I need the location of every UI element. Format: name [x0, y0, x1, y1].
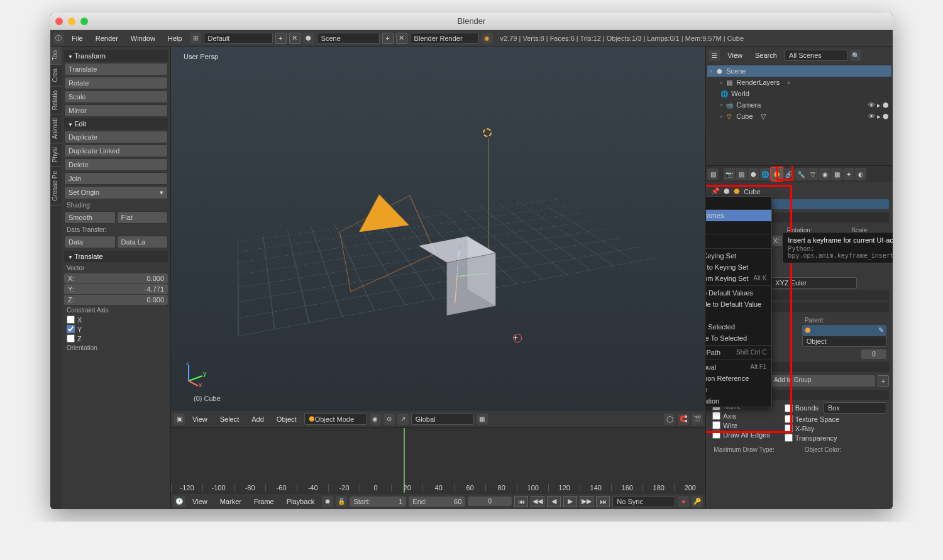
rotation-mode-dropdown[interactable]: XYZ Euler [771, 277, 857, 288]
outliner-icon[interactable]: ☰ [709, 50, 720, 61]
constraint-y-checkbox[interactable]: Y [64, 324, 168, 334]
sync-dropdown[interactable]: No Sync [612, 496, 675, 507]
minimize-window-button[interactable] [68, 18, 75, 25]
info-icon[interactable]: ⓘ [53, 33, 64, 44]
pin-icon[interactable]: 📌 [711, 187, 720, 195]
mode-dropdown[interactable]: ⬣ Object Mode [304, 413, 367, 425]
tab-modifiers[interactable]: 🔧 [795, 168, 807, 180]
vector-y-field[interactable]: Y:-4.771 [64, 284, 168, 294]
context-menu-item[interactable]: Unset [706, 310, 771, 321]
keyframe-next-button[interactable]: ▶▶ [580, 496, 593, 507]
tab-constraints[interactable]: 🔗 [783, 168, 795, 180]
tree-renderlayers[interactable]: ◦▤RenderLayers▫ [707, 77, 891, 88]
context-menu-item[interactable]: 🔑Insert Keyframes [706, 210, 771, 221]
tab-create[interactable]: Crea [50, 65, 62, 87]
menu-help[interactable]: Help [163, 32, 187, 45]
translate-button[interactable]: Translate [64, 63, 168, 75]
scale-button[interactable]: Scale [64, 91, 168, 103]
outliner-search-menu[interactable]: Search [750, 49, 782, 62]
tree-scene[interactable]: ◦⬢Scene [707, 65, 891, 77]
vector-x-field[interactable]: X:0.000 [64, 273, 168, 283]
duplicate-button[interactable]: Duplicate [64, 131, 168, 143]
context-menu-item[interactable]: Edit Translation [706, 395, 771, 407]
render-preview-icon[interactable]: 🎬 [692, 414, 703, 425]
set-origin-dropdown[interactable]: Set Origin▾ [64, 186, 168, 199]
jump-end-button[interactable]: ⏭ [596, 496, 610, 507]
props-type-icon[interactable]: ▤ [707, 168, 719, 180]
tl-view-menu[interactable]: View [187, 495, 212, 508]
scene-add-button[interactable]: + [382, 33, 394, 44]
add-group-plus-button[interactable]: + [878, 375, 889, 387]
keying-set-icon[interactable]: 🔑 [692, 496, 703, 507]
transparency-checkbox[interactable]: Transparency [782, 433, 889, 442]
tab-animation[interactable]: Animati [50, 114, 62, 143]
constraint-z-checkbox[interactable]: Z [64, 334, 168, 343]
keyframe-prev-button[interactable]: ◀◀ [531, 496, 544, 507]
data-button[interactable]: Data [64, 236, 116, 248]
tab-grease[interactable]: Grease Pe [50, 167, 62, 206]
parent-field[interactable]: ⬣✎ [802, 325, 886, 336]
timeline-canvas[interactable]: -120-100-80-60-40-2002040608010012014016… [171, 428, 705, 493]
tab-physics[interactable]: ◐ [855, 168, 866, 180]
scene-icon[interactable]: ⬢ [303, 33, 314, 44]
xray-checkbox[interactable]: X-Ray [782, 424, 889, 433]
context-menu-item[interactable]: Edit Source [706, 384, 771, 395]
timeline-icon[interactable]: 🕐 [174, 496, 185, 507]
parent-type-dropdown[interactable]: Object [802, 336, 886, 347]
outliner-filter-dropdown[interactable]: All Scenes [785, 50, 847, 61]
vp-object-menu[interactable]: Object [272, 413, 302, 425]
smooth-button[interactable]: Smooth [64, 211, 116, 224]
close-window-button[interactable] [55, 18, 63, 25]
layout-icon[interactable]: ⊞ [190, 33, 201, 44]
transform-section-header[interactable]: Transform [64, 50, 168, 62]
snap-icon[interactable]: 🧲 [678, 414, 689, 425]
tree-cube[interactable]: ◦▽Cube▽👁 ▸ ⬢ [707, 111, 891, 122]
tab-render[interactable]: 📷 [724, 168, 735, 180]
tab-scene[interactable]: ⬢ [747, 168, 759, 180]
tab-material[interactable]: ◉ [819, 168, 830, 180]
context-menu-item[interactable]: Copy Data PathShift Ctrl C [706, 347, 771, 358]
tree-world[interactable]: 🌐World [707, 88, 891, 99]
record-icon[interactable]: ● [678, 496, 689, 507]
menu-render[interactable]: Render [91, 32, 123, 45]
layout-add-button[interactable]: + [275, 33, 287, 44]
autokey-icon[interactable]: ⏺ [322, 496, 333, 507]
context-menu-item[interactable]: ↶Reset All to Default Values [706, 287, 771, 299]
tab-data[interactable]: ▽ [807, 168, 819, 180]
context-menu-item[interactable]: Remove from Keying SetAlt K [706, 273, 771, 284]
texspace-checkbox[interactable]: Texture Space [782, 414, 889, 424]
tab-physics[interactable]: Physi [50, 143, 62, 167]
tab-relations[interactable]: Relatio [50, 87, 62, 114]
tab-world[interactable]: 🌐 [759, 168, 771, 180]
jump-start-button[interactable]: ⏮ [514, 496, 528, 507]
edit-section-header[interactable]: Edit [64, 118, 168, 129]
rotate-button[interactable]: Rotate [64, 77, 168, 89]
proportional-icon[interactable]: ◯ [664, 414, 675, 425]
outliner-view-menu[interactable]: View [722, 49, 747, 62]
play-button[interactable]: ▶ [563, 496, 577, 507]
tl-frame-menu[interactable]: Frame [249, 495, 279, 508]
play-reverse-button[interactable]: ◀ [547, 496, 561, 507]
current-frame-field[interactable]: 0 [468, 497, 512, 506]
mirror-button[interactable]: Mirror [64, 104, 168, 117]
pivot-icon[interactable]: ⊙ [383, 414, 395, 425]
manipulator-icon[interactable]: ↗ [397, 414, 409, 425]
context-menu-item[interactable]: Online Python Reference [706, 373, 771, 384]
layout-remove-button[interactable]: ✕ [289, 33, 301, 44]
vp-view-menu[interactable]: View [187, 413, 212, 425]
lock-icon[interactable]: 🔒 [336, 496, 347, 507]
shading-icon[interactable]: ◉ [370, 414, 381, 425]
layers-icon[interactable]: ▦ [477, 414, 488, 425]
vp-add-menu[interactable]: Add [246, 413, 269, 425]
breadcrumb-scene-icon[interactable]: ⬢ [724, 187, 730, 195]
tab-texture[interactable]: ▦ [831, 168, 842, 180]
3d-viewport[interactable]: User Persp zyx (0) Cube [171, 47, 705, 410]
scene-dropdown[interactable]: Scene [317, 33, 380, 44]
constraint-x-checkbox[interactable]: X [64, 315, 168, 324]
vp-select-menu[interactable]: Select [215, 413, 245, 425]
vector-z-field[interactable]: Z:0.000 [64, 295, 168, 305]
bounds-checkbox[interactable]: BoundsBox [782, 402, 889, 414]
menu-window[interactable]: Window [126, 32, 160, 45]
context-menu-item[interactable]: ✚Add All to Keying Set [706, 250, 771, 261]
cube-object[interactable] [433, 244, 482, 307]
